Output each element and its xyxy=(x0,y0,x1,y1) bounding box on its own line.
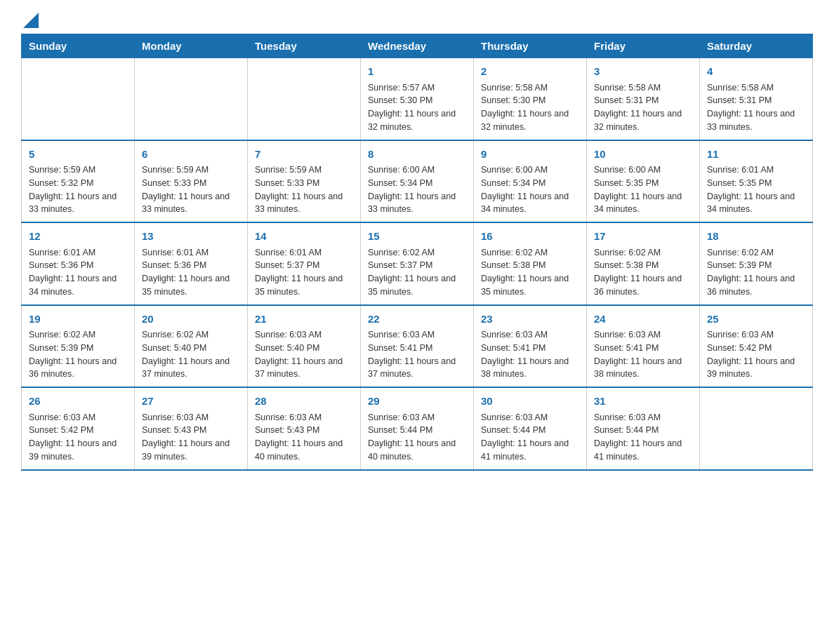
day-number: 20 xyxy=(142,311,240,328)
calendar-cell: 28Sunrise: 6:03 AMSunset: 5:43 PMDayligh… xyxy=(248,387,361,470)
calendar-table: SundayMondayTuesdayWednesdayThursdayFrid… xyxy=(21,34,813,471)
cell-info: Sunrise: 6:00 AMSunset: 5:34 PMDaylight:… xyxy=(368,163,466,216)
calendar-cell: 26Sunrise: 6:03 AMSunset: 5:42 PMDayligh… xyxy=(22,387,135,470)
day-number: 9 xyxy=(481,147,579,163)
cell-info: Sunrise: 6:01 AMSunset: 5:36 PMDaylight:… xyxy=(29,246,127,299)
calendar-week-row: 19Sunrise: 6:02 AMSunset: 5:39 PMDayligh… xyxy=(22,305,813,388)
day-number: 24 xyxy=(594,311,692,328)
calendar-cell: 24Sunrise: 6:03 AMSunset: 5:41 PMDayligh… xyxy=(587,305,700,388)
calendar-cell: 17Sunrise: 6:02 AMSunset: 5:38 PMDayligh… xyxy=(587,222,700,305)
day-number: 3 xyxy=(594,64,692,80)
day-header-tuesday: Tuesday xyxy=(248,34,361,58)
day-number: 28 xyxy=(255,394,353,410)
calendar-cell: 22Sunrise: 6:03 AMSunset: 5:41 PMDayligh… xyxy=(361,305,474,388)
day-number: 13 xyxy=(142,229,240,245)
day-header-friday: Friday xyxy=(587,34,700,58)
day-number: 14 xyxy=(255,229,353,245)
day-header-wednesday: Wednesday xyxy=(361,34,474,58)
cell-info: Sunrise: 6:02 AMSunset: 5:39 PMDaylight:… xyxy=(29,328,127,381)
cell-info: Sunrise: 6:03 AMSunset: 5:41 PMDaylight:… xyxy=(368,328,466,381)
calendar-cell: 2Sunrise: 5:58 AMSunset: 5:30 PMDaylight… xyxy=(474,58,587,140)
cell-info: Sunrise: 6:03 AMSunset: 5:43 PMDaylight:… xyxy=(142,411,240,464)
calendar-cell: 9Sunrise: 6:00 AMSunset: 5:34 PMDaylight… xyxy=(474,140,587,223)
cell-info: Sunrise: 6:03 AMSunset: 5:42 PMDaylight:… xyxy=(29,411,127,464)
day-number: 22 xyxy=(368,311,466,328)
day-number: 8 xyxy=(368,147,466,163)
cell-info: Sunrise: 6:00 AMSunset: 5:34 PMDaylight:… xyxy=(481,163,579,216)
calendar-cell: 6Sunrise: 5:59 AMSunset: 5:33 PMDaylight… xyxy=(135,140,248,223)
cell-info: Sunrise: 6:03 AMSunset: 5:44 PMDaylight:… xyxy=(368,411,466,464)
calendar-cell xyxy=(700,387,813,470)
logo xyxy=(21,14,39,27)
day-number: 5 xyxy=(29,147,127,163)
calendar-cell: 15Sunrise: 6:02 AMSunset: 5:37 PMDayligh… xyxy=(361,222,474,305)
cell-info: Sunrise: 5:59 AMSunset: 5:33 PMDaylight:… xyxy=(142,163,240,216)
day-number: 23 xyxy=(481,311,579,328)
calendar-header-row: SundayMondayTuesdayWednesdayThursdayFrid… xyxy=(22,34,813,58)
calendar-week-row: 5Sunrise: 5:59 AMSunset: 5:32 PMDaylight… xyxy=(22,140,813,223)
calendar-cell: 23Sunrise: 6:03 AMSunset: 5:41 PMDayligh… xyxy=(474,305,587,388)
cell-info: Sunrise: 5:57 AMSunset: 5:30 PMDaylight:… xyxy=(368,81,466,134)
calendar-cell: 30Sunrise: 6:03 AMSunset: 5:44 PMDayligh… xyxy=(474,387,587,470)
cell-info: Sunrise: 6:00 AMSunset: 5:35 PMDaylight:… xyxy=(594,163,692,216)
calendar-week-row: 12Sunrise: 6:01 AMSunset: 5:36 PMDayligh… xyxy=(22,222,813,305)
calendar-cell: 4Sunrise: 5:58 AMSunset: 5:31 PMDaylight… xyxy=(700,58,813,140)
calendar-cell: 29Sunrise: 6:03 AMSunset: 5:44 PMDayligh… xyxy=(361,387,474,470)
cell-info: Sunrise: 6:03 AMSunset: 5:43 PMDaylight:… xyxy=(255,411,353,464)
cell-info: Sunrise: 6:02 AMSunset: 5:39 PMDaylight:… xyxy=(707,246,805,299)
calendar-cell: 31Sunrise: 6:03 AMSunset: 5:44 PMDayligh… xyxy=(587,387,700,470)
cell-info: Sunrise: 6:02 AMSunset: 5:38 PMDaylight:… xyxy=(481,246,579,299)
calendar-cell: 25Sunrise: 6:03 AMSunset: 5:42 PMDayligh… xyxy=(700,305,813,388)
calendar-cell: 21Sunrise: 6:03 AMSunset: 5:40 PMDayligh… xyxy=(248,305,361,388)
cell-info: Sunrise: 6:02 AMSunset: 5:37 PMDaylight:… xyxy=(368,246,466,299)
calendar-cell: 13Sunrise: 6:01 AMSunset: 5:36 PMDayligh… xyxy=(135,222,248,305)
calendar-cell: 8Sunrise: 6:00 AMSunset: 5:34 PMDaylight… xyxy=(361,140,474,223)
svg-marker-0 xyxy=(23,13,39,28)
calendar-cell: 10Sunrise: 6:00 AMSunset: 5:35 PMDayligh… xyxy=(587,140,700,223)
day-number: 4 xyxy=(707,64,805,80)
day-number: 26 xyxy=(29,394,127,410)
cell-info: Sunrise: 6:02 AMSunset: 5:40 PMDaylight:… xyxy=(142,328,240,381)
day-header-monday: Monday xyxy=(135,34,248,58)
day-number: 17 xyxy=(594,229,692,245)
day-number: 7 xyxy=(255,147,353,163)
day-number: 12 xyxy=(29,229,127,245)
calendar-cell: 1Sunrise: 5:57 AMSunset: 5:30 PMDaylight… xyxy=(361,58,474,140)
day-number: 29 xyxy=(368,394,466,410)
cell-info: Sunrise: 6:03 AMSunset: 5:44 PMDaylight:… xyxy=(594,411,692,464)
day-number: 11 xyxy=(707,147,805,163)
day-number: 2 xyxy=(481,64,579,80)
cell-info: Sunrise: 5:59 AMSunset: 5:33 PMDaylight:… xyxy=(255,163,353,216)
calendar-cell: 7Sunrise: 5:59 AMSunset: 5:33 PMDaylight… xyxy=(248,140,361,223)
calendar-cell: 20Sunrise: 6:02 AMSunset: 5:40 PMDayligh… xyxy=(135,305,248,388)
calendar-cell: 14Sunrise: 6:01 AMSunset: 5:37 PMDayligh… xyxy=(248,222,361,305)
day-header-sunday: Sunday xyxy=(22,34,135,58)
day-number: 27 xyxy=(142,394,240,410)
cell-info: Sunrise: 6:01 AMSunset: 5:36 PMDaylight:… xyxy=(142,246,240,299)
cell-info: Sunrise: 6:03 AMSunset: 5:44 PMDaylight:… xyxy=(481,411,579,464)
day-number: 16 xyxy=(481,229,579,245)
cell-info: Sunrise: 5:59 AMSunset: 5:32 PMDaylight:… xyxy=(29,163,127,216)
cell-info: Sunrise: 6:03 AMSunset: 5:40 PMDaylight:… xyxy=(255,328,353,381)
cell-info: Sunrise: 5:58 AMSunset: 5:30 PMDaylight:… xyxy=(481,81,579,134)
calendar-cell: 12Sunrise: 6:01 AMSunset: 5:36 PMDayligh… xyxy=(22,222,135,305)
calendar-cell: 18Sunrise: 6:02 AMSunset: 5:39 PMDayligh… xyxy=(700,222,813,305)
day-header-saturday: Saturday xyxy=(700,34,813,58)
day-number: 21 xyxy=(255,311,353,328)
day-number: 6 xyxy=(142,147,240,163)
calendar-cell: 11Sunrise: 6:01 AMSunset: 5:35 PMDayligh… xyxy=(700,140,813,223)
day-number: 19 xyxy=(29,311,127,328)
day-number: 1 xyxy=(368,64,466,80)
calendar-cell: 16Sunrise: 6:02 AMSunset: 5:38 PMDayligh… xyxy=(474,222,587,305)
day-number: 31 xyxy=(594,394,692,410)
day-number: 18 xyxy=(707,229,805,245)
cell-info: Sunrise: 6:01 AMSunset: 5:35 PMDaylight:… xyxy=(707,163,805,216)
page-header xyxy=(21,14,813,27)
cell-info: Sunrise: 5:58 AMSunset: 5:31 PMDaylight:… xyxy=(594,81,692,134)
calendar-cell: 27Sunrise: 6:03 AMSunset: 5:43 PMDayligh… xyxy=(135,387,248,470)
day-number: 15 xyxy=(368,229,466,245)
calendar-cell xyxy=(248,58,361,140)
calendar-cell: 5Sunrise: 5:59 AMSunset: 5:32 PMDaylight… xyxy=(22,140,135,223)
day-number: 10 xyxy=(594,147,692,163)
calendar-week-row: 1Sunrise: 5:57 AMSunset: 5:30 PMDaylight… xyxy=(22,58,813,140)
